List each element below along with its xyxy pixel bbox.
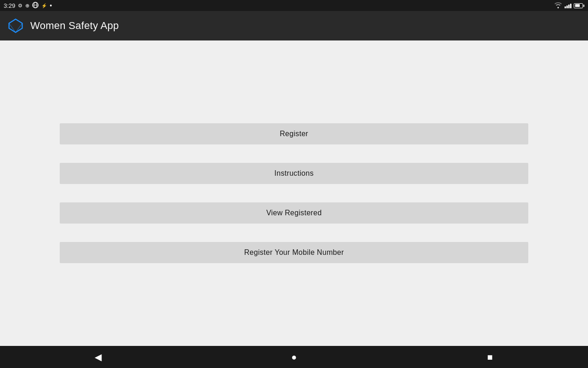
wifi-icon bbox=[554, 2, 562, 10]
dot-separator: • bbox=[50, 2, 52, 9]
view-registered-button[interactable]: View Registered bbox=[60, 202, 528, 224]
register-mobile-button[interactable]: Register Your Mobile Number bbox=[60, 242, 528, 263]
battery-icon bbox=[574, 3, 584, 8]
status-bar: 3:29 ⚙ ⊕ ⚡ • bbox=[0, 0, 588, 11]
instructions-button[interactable]: Instructions bbox=[60, 163, 528, 184]
settings-icon: ⚙ bbox=[18, 3, 23, 9]
dnd-icon: ⊕ bbox=[25, 3, 29, 9]
home-button[interactable]: ● bbox=[280, 348, 308, 366]
bottom-nav: ◀ ● ■ bbox=[0, 346, 588, 368]
recents-icon: ■ bbox=[487, 352, 493, 362]
back-icon: ◀ bbox=[95, 351, 102, 362]
recents-button[interactable]: ■ bbox=[476, 348, 504, 366]
battery-saver-icon: ⚡ bbox=[41, 3, 47, 8]
back-button[interactable]: ◀ bbox=[84, 348, 112, 366]
time-display: 3:29 bbox=[4, 2, 15, 9]
app-logo bbox=[7, 17, 24, 34]
app-title: Women Safety App bbox=[30, 20, 119, 32]
main-content: Register Instructions View Registered Re… bbox=[0, 40, 588, 346]
status-bar-left: 3:29 ⚙ ⊕ ⚡ • bbox=[4, 2, 52, 9]
vpn-icon bbox=[32, 2, 39, 9]
register-button[interactable]: Register bbox=[60, 123, 528, 144]
signal-bars bbox=[565, 3, 571, 8]
app-bar: Women Safety App bbox=[0, 11, 588, 40]
home-icon: ● bbox=[291, 352, 297, 362]
status-bar-right bbox=[554, 2, 584, 10]
